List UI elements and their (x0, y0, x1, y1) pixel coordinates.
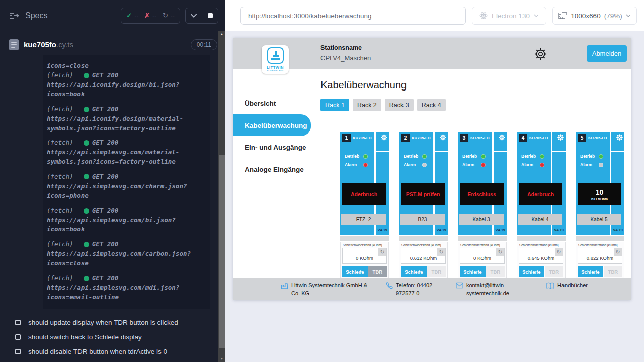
log-entry: (fetch) GET 200 https://api.simplesvg.co… (47, 206, 203, 234)
test-item[interactable]: should update display when TDR button is… (0, 315, 225, 330)
success-dot-icon (84, 208, 89, 214)
rack-tab[interactable]: Rack 4 (417, 99, 446, 111)
settings-gear-icon[interactable] (533, 47, 547, 61)
sidebar-item[interactable]: Ein- und Ausgänge (233, 136, 311, 158)
stat-passed: ✓-- (126, 12, 138, 19)
status-display: PST-M prüfen (401, 183, 445, 205)
network-log-panel: icons=close (fetch) GET 200 https://api.… (43, 55, 210, 309)
chevron-down-icon (626, 14, 631, 17)
sidebar-item[interactable]: Kabelüberwachung (233, 114, 311, 136)
rack-tabs: Rack 1 Rack 2 Rack 3 Rack 4 (320, 99, 631, 111)
device-settings-gear-icon[interactable] (616, 134, 623, 141)
specs-menu-icon[interactable] (9, 12, 19, 19)
schleife-button[interactable]: Schleife (460, 266, 486, 277)
refresh-icon: ↻ (163, 12, 168, 19)
device-card: 5 KÜ705-FO Betrieb Alarm 10 ISO MOhm Kab… (576, 132, 624, 278)
stop-button[interactable] (202, 8, 218, 23)
stat-failed: ✗-- (144, 12, 156, 19)
device-settings-gear-icon[interactable] (499, 134, 505, 141)
sidebar-item[interactable]: Analoge Eingänge (233, 158, 311, 180)
betrieb-led (599, 154, 603, 159)
log-entry: (fetch) GET 200 https://api.simplesvg.co… (47, 172, 203, 201)
tdr-button[interactable]: TDR (427, 266, 446, 277)
aut-page: LITTWIN SYSTEMTECHNIK Stationsname CPLV4… (225, 31, 644, 362)
scroll-up-icon[interactable]: ▲ (218, 32, 225, 36)
test-item[interactable]: should switch back to Schleife display (0, 330, 225, 344)
logout-button[interactable]: Abmelden (587, 45, 627, 62)
spec-row[interactable]: kue705fo.cy.ts 00:11 (0, 31, 225, 55)
cable-name: Kabel 3 (459, 214, 504, 225)
scroll-down-icon[interactable]: ▼ (218, 357, 225, 361)
app-header: LITTWIN SYSTEMTECHNIK Stationsname CPLV4… (233, 38, 631, 69)
runner-scrollbar[interactable]: ▲ ▼ (218, 31, 225, 362)
device-settings-gear-icon[interactable] (381, 134, 387, 141)
refresh-icon[interactable]: ↻ (378, 248, 386, 256)
device-card-top: 3 KÜ705-FO Betrieb Alarm Erdschluss Kabe… (458, 132, 507, 235)
refresh-icon[interactable]: ↻ (614, 248, 622, 256)
schleife-button[interactable]: Schleife (578, 266, 603, 277)
tdr-button[interactable]: TDR (368, 266, 387, 277)
firmware-version: V4.19 (554, 228, 564, 232)
cypress-runner-panel: Specs ✓-- ✗-- ↻-- kue705fo.cy.ts 00:11 i… (0, 0, 225, 362)
log-entry: (fetch) GET 200 https://api.simplesvg.co… (47, 240, 203, 268)
browser-name: Electron 130 (492, 12, 530, 20)
device-model: KÜ705-FO (470, 136, 490, 140)
device-card-top: 2 KÜ705-FO Betrieb Alarm PST-M prüfen B2… (399, 132, 448, 235)
rack-tab[interactable]: Rack 2 (353, 99, 381, 111)
schleife-button[interactable]: Schleife (401, 266, 427, 277)
measurement-value: 0 KOhm (473, 255, 491, 261)
cable-name: FTZ_2 (341, 214, 386, 225)
pending-test-icon (15, 349, 21, 354)
spec-ext: .cy.ts (56, 40, 73, 49)
measurement-panel: Schleifenwiderstand [kOhm] ↻ 0.645 KOhm … (517, 242, 566, 278)
footer-manuals[interactable]: Handbücher (546, 282, 588, 290)
rack-tab[interactable]: Rack 1 (320, 99, 349, 111)
cable-name: B23 (400, 214, 445, 225)
firmware-version: V4.19 (495, 228, 505, 232)
station-value: CPLV4_Maschen (320, 54, 371, 62)
measurement-display: ↻ 0.612 KOhm (401, 248, 446, 264)
sidebar-item[interactable]: Übersicht (233, 92, 311, 114)
specs-label[interactable]: Specs (25, 11, 47, 20)
slot-number: 2 (401, 134, 410, 142)
rack-tab[interactable]: Rack 3 (385, 99, 414, 111)
device-card: 3 KÜ705-FO Betrieb Alarm Erdschluss Kabe… (458, 132, 507, 278)
footer-phone: Telefon: 04402 972577-0 (385, 282, 447, 298)
test-item[interactable]: should disable TDR button when tdrActive… (0, 344, 225, 359)
success-dot-icon (84, 174, 89, 179)
scrollbar-thumb[interactable] (219, 155, 225, 348)
device-card: 2 KÜ705-FO Betrieb Alarm PST-M prüfen B2… (399, 132, 448, 278)
tdr-button[interactable]: TDR (486, 266, 505, 277)
refresh-icon[interactable]: ↻ (555, 248, 563, 256)
test-item[interactable]: should open and close the settings modal (0, 359, 225, 362)
measurement-display: ↻ 0 KOhm (460, 248, 505, 264)
device-settings-gear-icon[interactable] (440, 134, 446, 141)
slot-number: 5 (578, 134, 586, 142)
collapse-button[interactable] (186, 8, 202, 23)
logo-icon (267, 47, 284, 64)
viewport-size-control[interactable]: 1000x660 (79%) (552, 7, 637, 25)
browser-select[interactable]: Electron 130 (472, 7, 546, 25)
device-settings-gear-icon[interactable] (557, 134, 564, 141)
tdr-button[interactable]: TDR (545, 266, 564, 277)
measurement-label: Schleifenwiderstand [kOhm] (343, 243, 387, 247)
url-input[interactable] (240, 7, 466, 25)
refresh-icon[interactable]: ↻ (437, 248, 445, 256)
device-model: KÜ705-FO (353, 136, 372, 140)
schleife-button[interactable]: Schleife (519, 266, 544, 277)
cross-icon: ✗ (144, 12, 150, 19)
refresh-icon[interactable]: ↻ (496, 248, 504, 256)
betrieb-led (422, 154, 427, 159)
electron-icon (479, 12, 488, 20)
stop-icon (208, 13, 213, 18)
measurement-label: Schleifenwiderstand [kOhm] (519, 243, 564, 247)
main-content: Kabelüberwachung Rack 1 Rack 2 Rack 3 Ra… (311, 69, 631, 278)
measurement-panel: Schleifenwiderstand [kOhm] ↻ 0.822 KOhm … (576, 242, 624, 278)
station-info: Stationsname CPLV4_Maschen (320, 44, 371, 62)
tdr-button[interactable]: TDR (604, 266, 622, 277)
status-leds: Betrieb Alarm (521, 154, 544, 171)
measurement-label: Schleifenwiderstand [kOhm] (401, 243, 446, 247)
status-leds: Betrieb Alarm (462, 154, 486, 171)
schleife-button[interactable]: Schleife (342, 266, 368, 277)
log-entry: (fetch) GET 200 https://api.simplesvg.co… (47, 274, 203, 302)
